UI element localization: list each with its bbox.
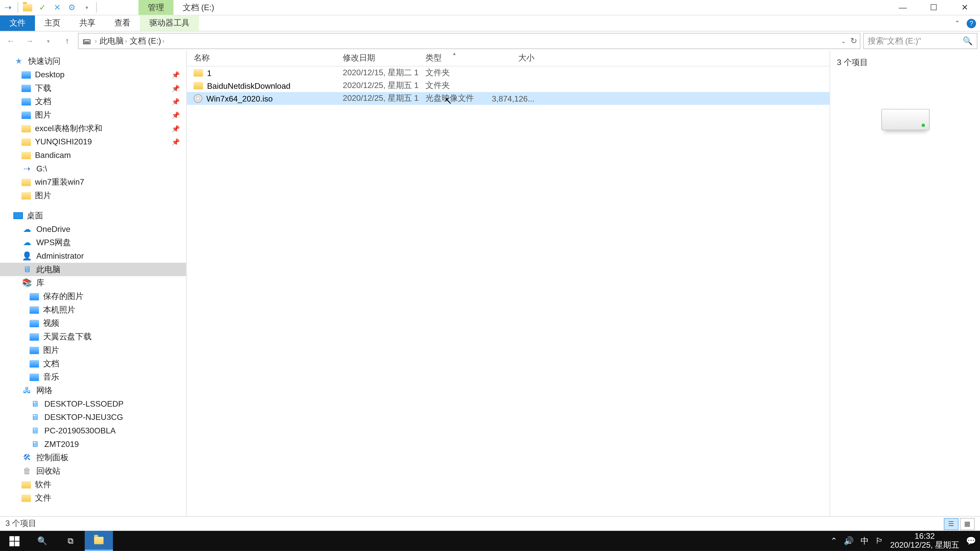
action-center-icon[interactable]: 💬 xyxy=(966,536,976,546)
nav-net-item[interactable]: 🖥DESKTOP-LSSOEDP xyxy=(0,397,186,411)
column-header-date[interactable]: 修改日期 xyxy=(336,51,419,66)
nav-user[interactable]: 👤Administrator xyxy=(0,249,186,263)
nav-onedrive[interactable]: ☁OneDrive xyxy=(0,222,186,236)
nav-lib-item[interactable]: 本机照片 xyxy=(0,303,186,317)
ribbon-tab-drive-tools[interactable]: 驱动器工具 xyxy=(140,16,199,31)
view-icons-button[interactable]: ▦ xyxy=(960,518,975,530)
tray-ime-icon[interactable]: 中 xyxy=(861,535,869,547)
folder-icon xyxy=(21,192,31,199)
close-button[interactable]: ✕ xyxy=(949,0,980,15)
nav-desktop[interactable]: 桌面 xyxy=(0,209,186,222)
qat-close-icon[interactable]: ✕ xyxy=(52,2,62,13)
pin-icon: 📌 xyxy=(172,111,180,119)
table-row[interactable]: 12020/12/15, 星期二 1...文件夹 xyxy=(187,67,829,79)
nav-network[interactable]: 🖧网络 xyxy=(0,384,186,397)
nav-pinned-item[interactable]: 文档📌 xyxy=(0,95,186,108)
cloud-icon: ☁ xyxy=(21,224,32,234)
file-name: Win7x64_2020.iso xyxy=(207,94,273,103)
folder-icon xyxy=(30,319,39,327)
tray-chevron-icon[interactable]: ⌃ xyxy=(830,536,837,546)
nav-net-item[interactable]: 🖥DESKTOP-NJEU3CG xyxy=(0,410,186,424)
file-name: BaiduNetdiskDownload xyxy=(207,81,290,90)
nav-quick-access[interactable]: ★快速访问 xyxy=(0,54,186,68)
nav-pinned-item[interactable]: 下载📌 xyxy=(0,81,186,95)
breadcrumb[interactable]: 文档 (E:) › xyxy=(130,35,164,47)
nav-control-panel[interactable]: 🛠控制面板 xyxy=(0,451,186,464)
preview-summary: 3 个项目 xyxy=(837,57,868,68)
drive-preview-icon xyxy=(881,109,929,130)
nav-pinned-item[interactable]: excel表格制作求和📌 xyxy=(0,122,186,135)
maximize-button[interactable]: ☐ xyxy=(918,0,949,15)
navigation-pane: ★快速访问 Desktop📌 下载📌 文档📌 图片📌 excel表格制作求和📌 … xyxy=(0,51,187,516)
qat-folder-icon[interactable] xyxy=(22,2,33,13)
taskbar-explorer[interactable] xyxy=(85,531,113,551)
search-button[interactable]: 🔍 xyxy=(28,531,57,551)
pc-icon: 🖥 xyxy=(21,264,32,275)
ribbon-file-tab[interactable]: 文件 xyxy=(0,16,35,31)
table-row[interactable]: BaiduNetdiskDownload2020/12/25, 星期五 1...… xyxy=(187,79,829,92)
ribbon-collapse-icon[interactable]: ⌃ xyxy=(955,19,960,27)
nav-libraries[interactable]: 📚库 xyxy=(0,276,186,290)
nav-lib-item[interactable]: 天翼云盘下载 xyxy=(0,330,186,343)
ribbon-tab-share[interactable]: 共享 xyxy=(70,16,105,31)
drive-icon: ⇢ xyxy=(21,163,32,174)
qat-dropdown-icon[interactable]: ▾ xyxy=(81,2,92,13)
help-icon[interactable]: ? xyxy=(967,18,976,28)
nav-wps[interactable]: ☁WPS网盘 xyxy=(0,236,186,249)
refresh-icon[interactable]: ↻ xyxy=(850,36,857,46)
column-header-row: ▴ 名称 修改日期 类型 大小 xyxy=(187,51,829,67)
table-row[interactable]: Win7x64_2020.iso2020/12/25, 星期五 1...光盘映像… xyxy=(187,92,829,105)
folder-icon xyxy=(21,481,31,488)
column-header-name[interactable]: 名称 xyxy=(187,51,336,66)
folder-icon xyxy=(21,111,31,119)
task-view-button[interactable]: ⧉ xyxy=(56,531,85,551)
nav-pinned-item[interactable]: 图片📌 xyxy=(0,108,186,122)
ribbon-tab-view[interactable]: 查看 xyxy=(105,16,140,31)
taskbar-clock[interactable]: 16:32 2020/12/25, 星期五 xyxy=(890,532,959,550)
nav-this-pc[interactable]: 🖥此电脑 xyxy=(0,263,186,276)
back-button[interactable]: ← xyxy=(3,33,19,49)
start-button[interactable] xyxy=(0,531,28,551)
preview-pane: 3 个项目 xyxy=(829,51,980,516)
pin-icon: 📌 xyxy=(172,138,180,145)
up-button[interactable]: ↑ xyxy=(59,33,75,49)
pin-icon: 📌 xyxy=(172,84,180,92)
recent-dropdown-icon[interactable]: ▾ xyxy=(40,33,56,49)
nav-lib-item[interactable]: 图片 xyxy=(0,343,186,357)
search-input[interactable]: 搜索"文档 (E:)" 🔍 xyxy=(863,33,977,49)
nav-pinned-item[interactable]: win7重装win7 xyxy=(0,175,186,189)
breadcrumb[interactable]: 此电脑 › xyxy=(100,35,127,47)
nav-lib-item[interactable]: 视频 xyxy=(0,317,186,330)
nav-lib-item[interactable]: 音乐 xyxy=(0,370,186,384)
nav-pinned-item[interactable]: YUNQISHI2019📌 xyxy=(0,135,186,148)
nav-recycle-bin[interactable]: 🗑回收站 xyxy=(0,464,186,478)
column-header-size[interactable]: 大小 xyxy=(487,51,541,66)
view-details-button[interactable]: ☰ xyxy=(944,518,959,530)
nav-docs[interactable]: 文件 xyxy=(0,491,186,505)
nav-net-item[interactable]: 🖥PC-20190530OBLA xyxy=(0,424,186,437)
nav-lib-item[interactable]: 保存的图片 xyxy=(0,289,186,303)
nav-net-item[interactable]: 🖥ZMT2019 xyxy=(0,437,186,451)
pin-icon: 📌 xyxy=(172,71,180,78)
windows-logo-icon xyxy=(9,536,19,546)
tray-volume-icon[interactable]: 🔊 xyxy=(844,536,854,546)
ribbon-tab-home[interactable]: 主页 xyxy=(35,16,70,31)
nav-pinned-item[interactable]: 图片 xyxy=(0,189,186,202)
tray-flag-icon[interactable]: 🏳 xyxy=(875,536,883,546)
nav-pinned-item[interactable]: Desktop📌 xyxy=(0,68,186,81)
folder-icon xyxy=(30,333,39,340)
pc-icon: 🖥 xyxy=(30,399,40,409)
nav-pinned-item[interactable]: Bandicam xyxy=(0,148,186,162)
folder-icon xyxy=(30,360,39,367)
address-dropdown-icon[interactable]: ⌄ xyxy=(841,38,846,44)
nav-lib-item[interactable]: 文档 xyxy=(0,357,186,370)
ribbon-context-tab[interactable]: 管理 xyxy=(138,0,173,15)
app-icon: ⇢ xyxy=(3,2,14,13)
qat-settings-icon[interactable]: ⚙ xyxy=(67,2,77,13)
minimize-button[interactable]: — xyxy=(887,0,918,15)
panel-icon: 🛠 xyxy=(21,452,32,463)
address-bar[interactable]: 🖴 › 此电脑 › 文档 (E:) › ⌄ ↻ xyxy=(78,33,861,49)
nav-software[interactable]: 软件 xyxy=(0,478,186,491)
nav-pinned-item[interactable]: ⇢G:\ xyxy=(0,162,186,176)
qat-check-icon[interactable]: ✓ xyxy=(37,2,48,13)
